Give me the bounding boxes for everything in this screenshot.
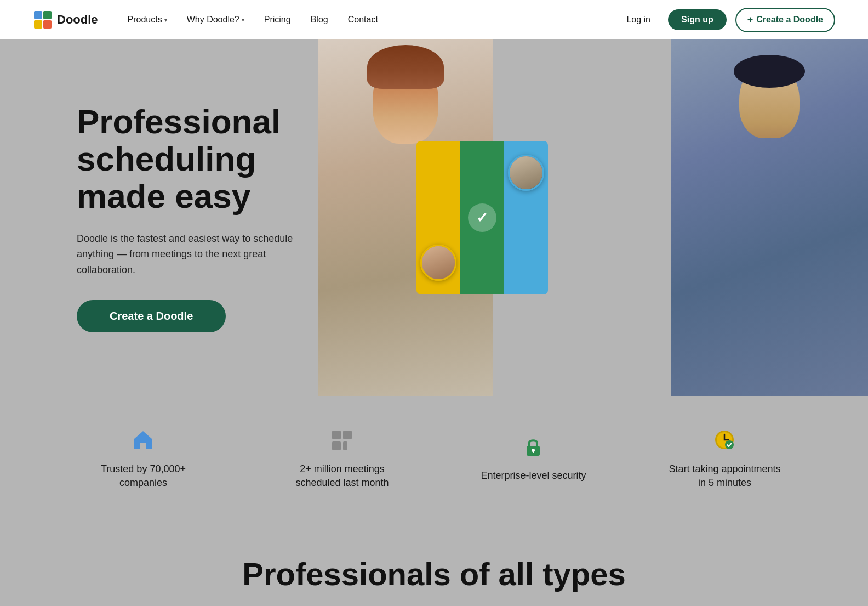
plus-icon: +	[747, 14, 753, 26]
svg-rect-1	[43, 11, 52, 19]
hero-section: ✓ Professional scheduling made easy Dood…	[0, 39, 868, 396]
nav-products[interactable]: Products ▾	[120, 10, 175, 29]
create-doodle-nav-button[interactable]: + Create a Doodle	[735, 8, 835, 32]
house-icon	[132, 429, 154, 456]
nav-why-doodle[interactable]: Why Doodle? ▾	[179, 10, 252, 29]
hero-content: Professional scheduling made easy Doodle…	[0, 70, 340, 365]
svg-rect-6	[343, 431, 352, 439]
grid-icon	[331, 429, 353, 456]
lock-icon	[522, 436, 544, 462]
nav-contact[interactable]: Contact	[340, 10, 386, 29]
stat-meetings: 2+ million meetings scheduled last month	[282, 429, 402, 490]
schedule-col-green: ✓	[460, 141, 504, 294]
doodle-logo-icon	[33, 10, 53, 30]
logo-text: Doodle	[57, 13, 98, 27]
svg-marker-4	[134, 431, 152, 449]
hero-image-man	[671, 39, 868, 396]
svg-rect-8	[343, 441, 347, 450]
svg-point-14	[725, 440, 734, 449]
clock-check-icon	[713, 429, 735, 456]
stat-appointments: Start taking appointments in 5 minutes	[664, 429, 785, 490]
nav-links: Products ▾ Why Doodle? ▾ Pricing Blog Co…	[120, 10, 618, 29]
stat-companies-text: Trusted by 70,000+ companies	[83, 462, 203, 490]
hero-title: Professional scheduling made easy	[77, 103, 307, 216]
why-doodle-chevron-icon: ▾	[242, 17, 244, 23]
products-chevron-icon: ▾	[164, 17, 167, 23]
svg-rect-0	[34, 11, 42, 19]
stat-meetings-text: 2+ million meetings scheduled last month	[282, 462, 402, 490]
nav-right: Log in Sign up + Create a Doodle	[618, 8, 835, 32]
schedule-col-blue	[504, 141, 548, 294]
signup-button[interactable]: Sign up	[668, 9, 727, 30]
stat-companies: Trusted by 70,000+ companies	[83, 429, 203, 490]
svg-rect-7	[332, 441, 341, 450]
svg-rect-5	[332, 431, 341, 439]
stats-section: Trusted by 70,000+ companies 2+ million …	[0, 396, 868, 523]
navbar: Doodle Products ▾ Why Doodle? ▾ Pricing …	[0, 0, 868, 39]
stat-security: Enterprise-level security	[481, 436, 586, 483]
logo[interactable]: Doodle	[33, 10, 98, 30]
nav-blog[interactable]: Blog	[303, 10, 336, 29]
stat-security-text: Enterprise-level security	[481, 469, 586, 483]
svg-rect-3	[43, 20, 52, 29]
svg-rect-11	[533, 450, 534, 453]
professionals-title: Professionals of all types	[44, 556, 824, 592]
hero-cta-button[interactable]: Create a Doodle	[77, 300, 226, 332]
schedule-graphic: ✓	[416, 141, 548, 294]
svg-rect-2	[34, 20, 42, 29]
schedule-col-yellow	[416, 141, 460, 294]
nav-pricing[interactable]: Pricing	[256, 10, 299, 29]
hero-subtitle: Doodle is the fastest and easiest way to…	[77, 231, 307, 278]
stat-appointments-text: Start taking appointments in 5 minutes	[664, 462, 785, 490]
login-button[interactable]: Log in	[618, 10, 659, 29]
professionals-section: Professionals of all types	[0, 523, 868, 606]
